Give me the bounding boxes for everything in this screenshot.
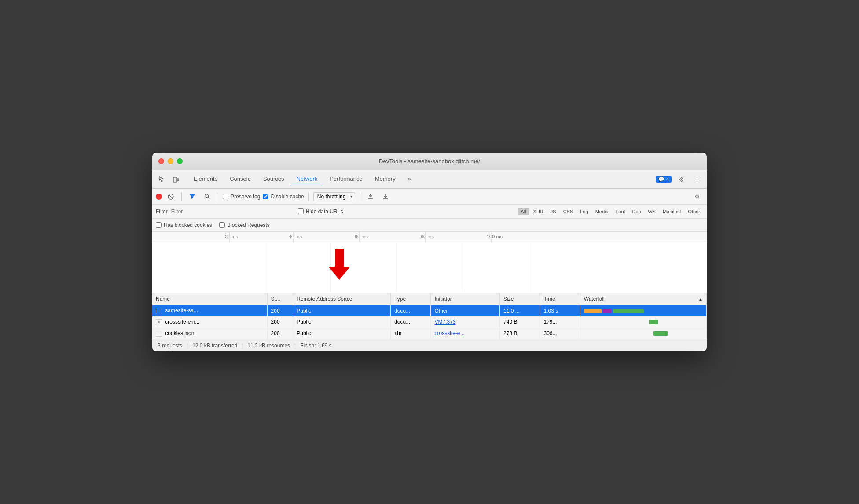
filter-type-doc[interactable]: Doc xyxy=(629,208,644,215)
ruler-40ms: 40 ms xyxy=(289,234,302,239)
hide-data-urls-checkbox[interactable] xyxy=(298,208,304,214)
row2-address: Public xyxy=(293,317,391,328)
ruler-60ms: 60 ms xyxy=(355,234,368,239)
blocked-requests-checkbox[interactable] xyxy=(219,222,225,228)
preserve-log-checkbox[interactable] xyxy=(223,194,228,199)
col-status[interactable]: St... xyxy=(267,293,293,305)
filter-input[interactable] xyxy=(171,208,294,215)
row3-status: 200 xyxy=(267,328,293,339)
col-address-space[interactable]: Remote Address Space xyxy=(293,293,391,305)
file-icon-2: ≡ xyxy=(156,319,162,325)
inspect-element-button[interactable] xyxy=(156,173,168,186)
record-button[interactable] xyxy=(156,194,162,200)
wf-bar-green-2 xyxy=(649,320,658,324)
search-button[interactable] xyxy=(201,190,213,203)
col-time[interactable]: Time xyxy=(540,293,580,305)
sep1: | xyxy=(187,343,188,349)
svg-rect-1 xyxy=(177,179,179,181)
tab-memory[interactable]: Memory xyxy=(369,172,402,186)
wf-bar-orange xyxy=(584,309,602,313)
table-row[interactable]: cookies.json 200 Public xhr crosssite-e.… xyxy=(152,328,707,339)
filter-type-manifest[interactable]: Manifest xyxy=(660,208,684,215)
tab-network[interactable]: Network xyxy=(290,172,324,186)
sep2: | xyxy=(242,343,243,349)
wf-bar-purple xyxy=(602,309,611,313)
tab-elements[interactable]: Elements xyxy=(187,172,224,186)
filter-type-img[interactable]: Img xyxy=(577,208,591,215)
devtools-tab-bar: Elements Console Sources Network Perform… xyxy=(152,170,707,189)
notification-badge[interactable]: 💬 4 xyxy=(656,176,672,183)
row3-initiator: crosssite-e... xyxy=(431,328,500,339)
filter-type-all[interactable]: All xyxy=(518,208,529,215)
table-row[interactable]: ≡ crosssite-em... 200 Public docu... VM7… xyxy=(152,317,707,328)
has-blocked-cookies-checkbox[interactable] xyxy=(156,222,162,228)
col-name[interactable]: Name xyxy=(152,293,267,305)
hide-data-urls-label[interactable]: Hide data URLs xyxy=(298,208,343,215)
row3-address: Public xyxy=(293,328,391,339)
filter-type-js[interactable]: JS xyxy=(547,208,559,215)
file-icon-3 xyxy=(156,331,162,337)
filter-button[interactable] xyxy=(186,190,198,203)
tab-sources[interactable]: Sources xyxy=(257,172,290,186)
red-arrow xyxy=(319,247,355,282)
devtools-window: DevTools - samesite-sandbox.glitch.me/ E… xyxy=(152,153,707,351)
tab-console[interactable]: Console xyxy=(224,172,257,186)
ruler-80ms: 80 ms xyxy=(421,234,434,239)
col-waterfall[interactable]: Waterfall ▲ xyxy=(580,293,706,305)
file-icon-1: ≡ xyxy=(156,308,162,314)
col-size[interactable]: Size xyxy=(500,293,540,305)
filter-type-ws[interactable]: WS xyxy=(645,208,659,215)
clear-button[interactable] xyxy=(165,190,177,203)
throttle-select[interactable]: No throttling xyxy=(313,192,355,201)
sort-asc-icon: ▲ xyxy=(698,297,703,302)
filter-type-xhr[interactable]: XHR xyxy=(530,208,547,215)
download-button[interactable] xyxy=(379,190,392,203)
network-table: Name St... Remote Address Space Type Ini… xyxy=(152,293,707,339)
badge-count: 4 xyxy=(666,177,669,182)
separator-3 xyxy=(308,192,309,201)
device-toggle-button[interactable] xyxy=(170,173,182,186)
hide-data-urls-text: Hide data URLs xyxy=(306,208,343,215)
svg-line-5 xyxy=(208,197,210,199)
disable-cache-checkbox[interactable] xyxy=(263,194,268,199)
row1-size: 11.0 ... xyxy=(500,305,540,317)
cookies-filter-bar: Has blocked cookies Blocked Requests xyxy=(152,219,707,232)
col-type[interactable]: Type xyxy=(391,293,431,305)
filter-type-css[interactable]: CSS xyxy=(560,208,576,215)
network-settings-button[interactable]: ⚙ xyxy=(691,190,703,203)
blocked-requests-text: Blocked Requests xyxy=(227,222,270,228)
preserve-log-label[interactable]: Preserve log xyxy=(223,194,260,200)
throttle-wrapper: No throttling xyxy=(313,192,355,201)
tab-performance[interactable]: Performance xyxy=(323,172,368,186)
tab-extras: 💬 4 ⚙ ⋮ xyxy=(656,173,703,186)
filter-type-media[interactable]: Media xyxy=(592,208,612,215)
row1-type: docu... xyxy=(391,305,431,317)
upload-button[interactable] xyxy=(364,190,377,203)
disable-cache-label[interactable]: Disable cache xyxy=(263,194,304,200)
row3-name: cookies.json xyxy=(152,328,267,339)
settings-button[interactable]: ⚙ xyxy=(675,173,687,186)
tab-more[interactable]: » xyxy=(402,172,417,186)
maximize-button[interactable] xyxy=(177,158,183,164)
blocked-requests-label[interactable]: Blocked Requests xyxy=(219,222,270,228)
sep3: | xyxy=(294,343,296,349)
row2-type: docu... xyxy=(391,317,431,328)
disable-cache-text: Disable cache xyxy=(271,194,304,200)
filter-type-font[interactable]: Font xyxy=(613,208,628,215)
minimize-button[interactable] xyxy=(168,158,173,164)
more-options-button[interactable]: ⋮ xyxy=(691,173,703,186)
tab-icon-group xyxy=(156,173,182,186)
row3-waterfall xyxy=(580,328,706,339)
has-blocked-cookies-text: Has blocked cookies xyxy=(164,222,212,228)
table-row[interactable]: ≡ samesite-sa... 200 Public docu... Othe… xyxy=(152,305,707,317)
filter-label: Filter xyxy=(156,208,168,215)
has-blocked-cookies-label[interactable]: Has blocked cookies xyxy=(156,222,212,228)
col-initiator[interactable]: Initiator xyxy=(431,293,500,305)
close-button[interactable] xyxy=(158,158,164,164)
wf-bar-green-1 xyxy=(613,309,644,313)
network-table-wrapper[interactable]: Name St... Remote Address Space Type Ini… xyxy=(152,293,707,339)
window-title: DevTools - samesite-sandbox.glitch.me/ xyxy=(379,158,480,164)
svg-rect-0 xyxy=(173,177,177,182)
row1-name: ≡ samesite-sa... xyxy=(152,305,267,317)
filter-type-other[interactable]: Other xyxy=(685,208,703,215)
